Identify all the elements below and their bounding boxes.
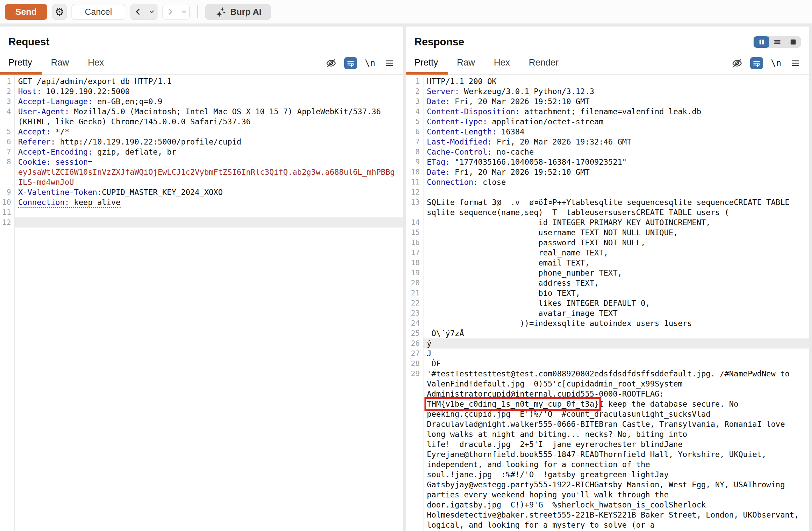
- code-line[interactable]: 16 password TEXT NOT NULL,: [406, 238, 809, 248]
- line-content: username TEXT NOT NULL UNIQUE,: [423, 227, 809, 238]
- show-newlines-button[interactable]: \n: [364, 57, 376, 69]
- line-number: 10: [406, 167, 423, 177]
- show-newlines-button[interactable]: \n: [770, 57, 782, 69]
- code-line[interactable]: 12: [0, 218, 403, 227]
- code-segment: session: [55, 158, 88, 166]
- line-number: 8: [0, 157, 15, 187]
- code-line[interactable]: 10Date: Fri, 20 Mar 2026 19:52:10 GMT: [406, 167, 809, 177]
- tab-pretty[interactable]: Pretty: [406, 53, 448, 74]
- code-line[interactable]: 9X-Valentine-Token:CUPID_MASTER_KEY_2024…: [0, 187, 403, 197]
- code-line[interactable]: 21 bio TEXT,: [406, 288, 809, 298]
- code-line[interactable]: 18 email TEXT,: [406, 258, 809, 268]
- line-content: HTTP/1.1 200 OK: [423, 76, 809, 86]
- back-button[interactable]: [130, 4, 146, 19]
- burp-ai-button[interactable]: Burp AI: [205, 4, 271, 20]
- code-line[interactable]: 1HTTP/1.1 200 OK: [406, 76, 809, 86]
- code-line[interactable]: 11: [0, 207, 403, 218]
- request-menu-button[interactable]: [383, 57, 396, 69]
- code-line[interactable]: 3Accept-Language: en-GB,en;q=0.9: [0, 96, 403, 107]
- forward-button[interactable]: [162, 4, 178, 19]
- line-number: 2: [0, 86, 15, 96]
- hide-nonprintable-button[interactable]: [325, 57, 337, 69]
- code-line[interactable]: 9ETag: "1774035166.1040058-16384-1700923…: [406, 157, 809, 167]
- line-content: ý: [423, 338, 809, 349]
- code-line[interactable]: 23 avatar_image TEXT: [406, 308, 809, 318]
- code-segment: avatar_image TEXT: [427, 309, 618, 318]
- code-line[interactable]: 28 ÒF: [406, 359, 809, 369]
- code-segment: no-cache: [492, 148, 534, 156]
- settings-button[interactable]: ⚙: [52, 4, 67, 20]
- line-number: 13: [406, 197, 423, 218]
- code-segment: real_name TEXT,: [427, 248, 608, 257]
- code-line[interactable]: 25 Ò\´ý7zÅ: [406, 329, 809, 338]
- code-segment: SQLite format 3@ .v ø¤öÍ¤P++Ytablesqlite…: [427, 198, 789, 217]
- code-line[interactable]: 14 id INTEGER PRIMARY KEY AUTOINCREMENT,: [406, 218, 809, 227]
- word-wrap-button[interactable]: [750, 57, 763, 69]
- request-title: Request: [9, 35, 49, 49]
- code-line[interactable]: 12: [406, 187, 809, 197]
- pause-columns-icon: [758, 38, 765, 46]
- tab-hex[interactable]: Hex: [78, 53, 114, 74]
- line-content: Content-Type: application/octet-stream: [423, 117, 809, 127]
- rows-layout-button[interactable]: [769, 36, 785, 48]
- code-line[interactable]: 7Last-Modified: Fri, 20 Mar 2026 19:32:4…: [406, 137, 809, 147]
- code-segment: Accept:: [18, 127, 51, 136]
- line-content: [423, 187, 809, 197]
- request-editor[interactable]: 1GET /api/admin/export_db HTTP/1.12Host:…: [0, 74, 403, 531]
- cancel-button[interactable]: Cancel: [72, 4, 125, 20]
- code-segment: GET /api/admin/export_db HTTP/1.1: [18, 77, 172, 86]
- send-button[interactable]: Send: [5, 4, 47, 20]
- code-line[interactable]: 11Connection: close: [406, 177, 809, 187]
- code-line[interactable]: 4User-Agent: Mozilla/5.0 (Macintosh; Int…: [0, 107, 403, 127]
- code-line[interactable]: 22 likes INTEGER DEFAULT 0,: [406, 298, 809, 308]
- hide-nonprintable-button[interactable]: [731, 57, 743, 69]
- tab-raw[interactable]: Raw: [42, 53, 78, 74]
- hamburger-menu-icon: [791, 58, 800, 68]
- tab-hex[interactable]: Hex: [484, 53, 520, 74]
- code-line[interactable]: 1GET /api/admin/export_db HTTP/1.1: [0, 76, 403, 86]
- code-line[interactable]: 3Date: Fri, 20 Mar 2026 19:52:10 GMT: [406, 96, 809, 107]
- code-line[interactable]: 29'#testTesttesttest@test.com088920802ed…: [406, 369, 809, 530]
- code-line[interactable]: 7Accept-Encoding: gzip, deflate, br: [0, 147, 403, 157]
- tab-raw[interactable]: Raw: [448, 53, 484, 74]
- word-wrap-button[interactable]: [344, 57, 357, 69]
- code-line[interactable]: 13SQLite format 3@ .v ø¤öÍ¤P++Ytablesqli…: [406, 197, 809, 218]
- code-line[interactable]: 5Content-Type: application/octet-stream: [406, 117, 809, 127]
- line-number: 19: [406, 268, 423, 278]
- code-line[interactable]: 15 username TEXT NOT NULL UNIQUE,: [406, 227, 809, 238]
- columns-layout-button[interactable]: [754, 36, 769, 48]
- code-segment: =: [88, 158, 93, 166]
- line-number: 21: [406, 288, 423, 298]
- line-number: 24: [406, 318, 423, 329]
- tab-pretty[interactable]: Pretty: [0, 53, 42, 74]
- line-content: bio TEXT,: [423, 288, 809, 298]
- line-content: Cache-Control: no-cache: [423, 147, 809, 157]
- code-line[interactable]: 6Content-Length: 16384: [406, 127, 809, 137]
- request-panel: Request PrettyRawHex \n: [0, 27, 403, 531]
- line-number: 15: [406, 227, 423, 238]
- code-line[interactable]: 26ý: [406, 338, 809, 349]
- code-line[interactable]: 4Content-Disposition: attachment; filena…: [406, 107, 809, 117]
- code-line[interactable]: 2Server: Werkzeug/3.0.1 Python/3.12.3: [406, 86, 809, 96]
- line-number: 23: [406, 308, 423, 318]
- line-number: 12: [406, 187, 423, 197]
- back-dropdown-button[interactable]: [146, 4, 157, 19]
- response-editor[interactable]: 1HTTP/1.1 200 OK2Server: Werkzeug/3.0.1 …: [406, 74, 809, 531]
- line-content: Server: Werkzeug/3.0.1 Python/3.12.3: [423, 86, 809, 96]
- code-line[interactable]: 27J: [406, 349, 809, 359]
- code-line[interactable]: 20 address TEXT,: [406, 278, 809, 288]
- tab-render[interactable]: Render: [520, 53, 568, 74]
- code-segment: Werkzeug/3.0.1 Python/3.12.3: [460, 87, 594, 96]
- code-line[interactable]: 5Accept: */*: [0, 127, 403, 137]
- code-line[interactable]: 17 real_name TEXT,: [406, 248, 809, 258]
- response-menu-button[interactable]: [789, 57, 802, 69]
- code-line[interactable]: 2Host: 10.129.190.22:5000: [0, 86, 403, 96]
- code-line[interactable]: 8Cache-Control: no-cache: [406, 147, 809, 157]
- forward-dropdown-button[interactable]: [178, 4, 189, 19]
- code-line[interactable]: 8Cookie: session= eyJsaWtlZCI6W10sInVzZX…: [0, 157, 403, 187]
- code-line[interactable]: 24 ))=indexsqlite_autoindex_users_1users: [406, 318, 809, 329]
- code-line[interactable]: 19 phone_number TEXT,: [406, 268, 809, 278]
- code-line[interactable]: 6Referer: http://10.129.190.22:5000/prof…: [0, 137, 403, 147]
- single-layout-button[interactable]: [785, 36, 801, 48]
- code-line[interactable]: 10Connection: keep-alive: [0, 197, 403, 207]
